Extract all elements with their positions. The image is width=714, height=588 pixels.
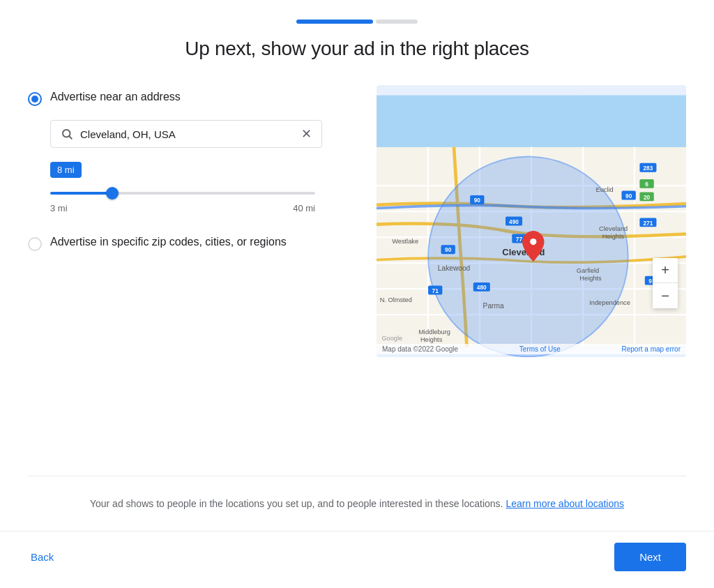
info-section: Your ad shows to people in the locations…: [28, 476, 686, 531]
svg-text:N. Olmsted: N. Olmsted: [380, 296, 412, 303]
address-input-wrapper: ✕: [50, 120, 322, 148]
radio-address-label: Advertise near an address: [50, 91, 181, 103]
svg-text:90: 90: [445, 246, 452, 253]
terms-of-use-link[interactable]: Terms of Use: [519, 345, 561, 353]
svg-text:77: 77: [516, 236, 523, 243]
svg-text:90: 90: [474, 197, 481, 204]
map-panel: Cleveland Lakewood Westlake N. Olmsted P…: [377, 85, 686, 357]
svg-text:Westlake: Westlake: [392, 238, 418, 245]
progress-empty: [376, 20, 418, 24]
main-content: Advertise near an address ✕ 8 m: [28, 85, 686, 462]
left-panel: Advertise near an address ✕ 8 m: [28, 85, 349, 257]
clear-icon[interactable]: ✕: [301, 128, 312, 140]
map-attribution: Map data ©2022 Google Terms of Use Repor…: [377, 344, 686, 354]
radio-zipcode-circle[interactable]: [28, 237, 42, 251]
back-button[interactable]: Back: [28, 545, 56, 568]
svg-text:Heights: Heights: [420, 336, 443, 343]
svg-text:20: 20: [644, 194, 651, 201]
map-data-label: Map data ©2022 Google: [382, 345, 458, 353]
footer: Back Next: [0, 531, 714, 588]
radio-option-address[interactable]: Advertise near an address: [28, 85, 349, 112]
zoom-in-button[interactable]: +: [653, 258, 678, 283]
svg-text:71: 71: [432, 287, 439, 294]
svg-text:6: 6: [645, 181, 648, 188]
svg-point-55: [530, 239, 536, 245]
svg-text:90: 90: [625, 193, 632, 199]
slider-min-label: 3 mi: [50, 203, 68, 213]
svg-text:Garfield: Garfield: [577, 267, 599, 274]
slider-section: 8 mi 3 mi 40 mi: [50, 162, 349, 213]
svg-text:283: 283: [643, 165, 653, 172]
address-section: ✕: [50, 120, 349, 148]
distance-badge: 8 mi: [50, 162, 82, 178]
slider-labels: 3 mi 40 mi: [50, 203, 315, 213]
svg-text:Heights: Heights: [602, 233, 625, 240]
next-button[interactable]: Next: [614, 543, 686, 571]
svg-text:Independence: Independence: [589, 299, 630, 306]
svg-text:480: 480: [477, 284, 487, 291]
svg-text:Google: Google: [381, 335, 402, 342]
slider-track-container: [50, 185, 315, 197]
progress-filled: [296, 20, 373, 24]
svg-text:Cleveland: Cleveland: [599, 225, 628, 232]
svg-text:Middleburg: Middleburg: [418, 329, 450, 336]
svg-text:Parma: Parma: [483, 302, 504, 310]
radio-zipcode-label: Advertise in specific zip codes, cities,…: [50, 236, 287, 248]
search-icon: [61, 128, 73, 140]
address-search-input[interactable]: [80, 128, 294, 140]
svg-text:490: 490: [509, 218, 519, 225]
progress-bar: [296, 20, 418, 24]
svg-text:Euclid: Euclid: [596, 186, 614, 193]
radio-address-circle[interactable]: [28, 92, 42, 106]
distance-slider[interactable]: [50, 192, 315, 195]
svg-text:Lakewood: Lakewood: [438, 264, 470, 272]
slider-max-label: 40 mi: [293, 203, 315, 213]
report-error-link[interactable]: Report a map error: [622, 345, 681, 353]
svg-line-1: [69, 136, 71, 138]
zoom-out-button[interactable]: −: [653, 283, 678, 308]
learn-more-link[interactable]: Learn more about locations: [506, 498, 624, 509]
info-text: Your ad shows to people in the locations…: [90, 498, 503, 509]
progress-bar-container: [28, 0, 686, 38]
svg-text:Heights: Heights: [579, 275, 602, 282]
map-zoom-controls: + −: [653, 258, 678, 308]
radio-option-zipcode[interactable]: Advertise in specific zip codes, cities,…: [28, 230, 349, 257]
map-svg: Cleveland Lakewood Westlake N. Olmsted P…: [377, 85, 686, 357]
page-title: Up next, show your ad in the right place…: [28, 38, 686, 60]
svg-text:271: 271: [643, 220, 653, 227]
